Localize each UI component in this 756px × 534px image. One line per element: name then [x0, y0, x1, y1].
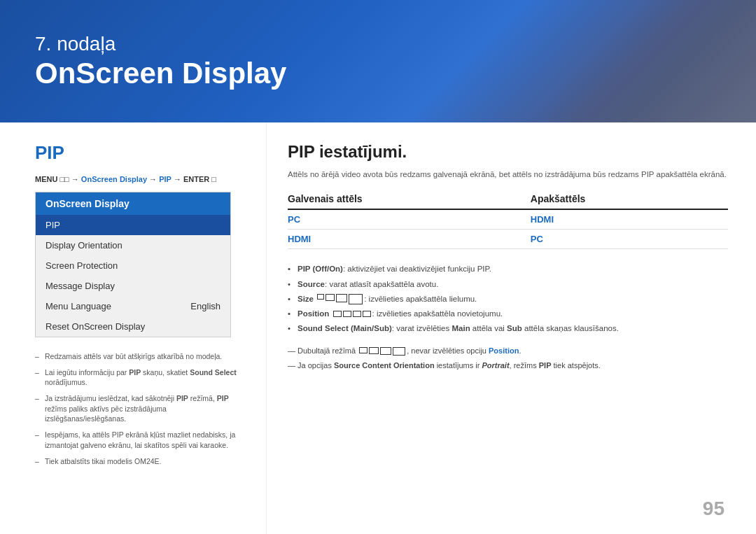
bullet-2: Source: varat atlasīt apakšattēla avotu. [288, 277, 728, 292]
menu-item-message-display[interactable]: Message Display [36, 276, 230, 296]
table-row: HDMI PC [288, 230, 728, 249]
bullet-4: Position : izvēlieties apakšattēla novie… [288, 307, 728, 321]
right-column: PIP iestatījumi. Attēls no ārējā video a… [266, 122, 756, 534]
table-cell-sub-2: PC [517, 230, 728, 249]
dash-note-1: Dubultajā režīmā , nevar izvēlēties opci… [288, 345, 728, 357]
pip-heading: PIP [35, 142, 238, 164]
menu-item-menu-language-value: English [190, 301, 220, 311]
menu-item-menu-language[interactable]: Menu Language English [36, 296, 230, 316]
chapter-label: 7. nodaļa [35, 33, 286, 55]
menu-widget-header: OnScreen Display [36, 192, 230, 215]
menu-item-display-orientation-label: Display Orientation [46, 240, 122, 251]
header-title: 7. nodaļa OnScreen Display [35, 33, 286, 90]
table-row: PC HDMI [288, 209, 728, 230]
header-banner: 7. nodaļa OnScreen Display [0, 0, 756, 122]
table-cell-main-2: HDMI [288, 230, 517, 249]
bullet-1: PIP (Off/On): aktivizējiet vai deaktiviz… [288, 262, 728, 276]
bullet-3: Size : izvēlieties apakšattēla lielumu. [288, 292, 728, 307]
main-content: PIP MENU □□ → OnScreen Display → PIP → E… [0, 122, 756, 534]
position-icons [333, 311, 371, 317]
title-main: OnScreen Display [35, 57, 286, 90]
note-2: Lai iegūtu informāciju par PIP skaņu, sk… [35, 367, 238, 388]
size-icons [317, 294, 363, 304]
page-number: 95 [703, 498, 724, 520]
pip-description: Attēls no ārējā video avota būs redzams … [288, 169, 728, 181]
note-4: Iespējams, ka attēls PIP ekrānā kļūst ma… [35, 430, 238, 450]
menu-item-menu-language-label: Menu Language [46, 301, 111, 311]
dual-icons [359, 347, 405, 356]
note-3: Ja izstrādājumu ieslēdzat, kad sākotnēji… [35, 393, 238, 424]
menu-item-display-orientation[interactable]: Display Orientation [36, 235, 230, 255]
left-column: PIP MENU □□ → OnScreen Display → PIP → E… [0, 122, 266, 534]
bullet-list: PIP (Off/On): aktivizējiet vai deaktiviz… [288, 262, 728, 336]
pip-table: Galvenais attēls Apakšattēls PC HDMI HDM… [288, 193, 728, 249]
notes-section: Redzamais attēls var būt atšķirīgs atkar… [35, 351, 238, 466]
table-cell-main-1: PC [288, 209, 517, 230]
table-cell-sub-1: HDMI [517, 209, 728, 230]
menu-item-screen-protection[interactable]: Screen Protection [36, 255, 230, 276]
menu-item-pip-label: PIP [46, 220, 60, 230]
menu-item-screen-protection-label: Screen Protection [46, 260, 118, 271]
pip-settings-heading: PIP iestatījumi. [288, 142, 728, 162]
menu-widget: OnScreen Display PIP Display Orientation… [35, 192, 231, 337]
menu-item-reset-onscreen[interactable]: Reset OnScreen Display [36, 316, 230, 337]
note-5: Tiek atbalstīts tikai modelis OM24E. [35, 456, 238, 467]
menu-path: MENU □□ → OnScreen Display → PIP → ENTER… [35, 175, 238, 183]
table-col-main: Galvenais attēls [288, 193, 517, 209]
table-col-sub: Apakšattēls [517, 193, 728, 209]
bullet-5: Sound Select (Main/Sub): varat izvēlētie… [288, 321, 728, 336]
note-1: Redzamais attēls var būt atšķirīgs atkar… [35, 351, 238, 362]
menu-item-reset-onscreen-label: Reset OnScreen Display [46, 321, 145, 332]
dash-note-2: Ja opcijas Source Content Orientation ie… [288, 360, 728, 372]
menu-item-message-display-label: Message Display [46, 281, 115, 291]
menu-item-pip[interactable]: PIP [36, 215, 230, 235]
